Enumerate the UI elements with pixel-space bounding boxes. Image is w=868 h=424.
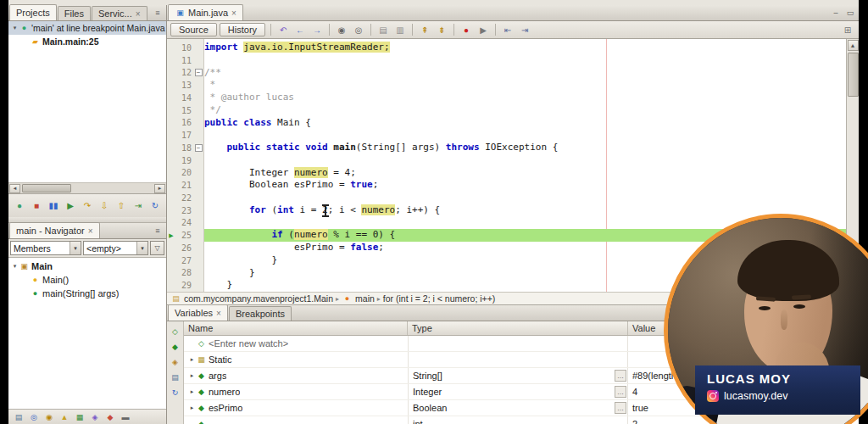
tree-item[interactable]: ●Main() [8,273,166,287]
minimize-window-icon[interactable]: – [830,7,842,19]
previous-bookmark-icon[interactable]: ⇞ [417,23,432,37]
code-line[interactable]: import java.io.InputStreamReader; [204,42,846,54]
profiler-window-icon[interactable]: ◆ [103,410,117,423]
panel-menu-icon[interactable]: ≡ [152,225,164,237]
code-line[interactable]: for (int i = 2; i < numero; i++) { [204,204,846,217]
notifications-icon[interactable]: ▲ [58,410,71,423]
expander-icon[interactable]: ▾ [11,25,19,31]
expander-icon[interactable]: ▾ [11,263,19,270]
find-selection-icon[interactable]: ◉ [334,23,349,37]
usages-window-icon[interactable]: ◎ [27,410,41,423]
code-line[interactable]: /** [204,67,846,80]
code-line[interactable]: Integer numero = 4; [204,167,846,180]
tab-variables[interactable]: Variables× [168,305,228,321]
gutter-line[interactable]: ▶25 [167,229,203,242]
code-line[interactable]: public class Main { [204,117,846,130]
close-icon[interactable]: × [136,9,141,19]
code-line[interactable]: Boolean esPrimo = true; [204,179,846,192]
uncomment-icon[interactable]: ▥ [392,23,408,37]
gutter-line[interactable]: 13 [167,79,203,92]
shift-left-icon[interactable]: ⇤ [500,23,515,37]
gutter-line[interactable]: 27 [167,254,203,267]
shift-right-icon[interactable]: ⇥ [517,23,532,37]
breadcrumb-segment[interactable]: for (int i = 2; i < numero; i++) [383,293,495,304]
show-evaluation-icon[interactable]: ▤ [169,371,181,383]
close-icon[interactable]: × [88,226,93,236]
debug-session-icon[interactable]: ● [12,198,27,213]
incremental-search-icon[interactable]: ◎ [351,23,366,37]
source-view-button[interactable]: Source [170,23,217,36]
members-dropdown[interactable]: Members ▾ [10,241,81,255]
filter-button[interactable]: ▽ [150,241,164,255]
pause-icon[interactable]: ▮▮ [46,198,61,213]
gutter-line[interactable]: 11 [167,54,203,67]
record-macro-icon[interactable]: ● [459,23,474,37]
gutter-line[interactable]: 14 [167,92,203,104]
gutter-line[interactable]: 18− [167,142,203,154]
scroll-left-icon[interactable]: ◄ [9,184,20,193]
search-results-icon[interactable]: ◉ [42,410,56,423]
continue-icon[interactable]: ▶ [63,198,78,213]
code-line[interactable] [204,154,846,167]
tasks-window-icon[interactable]: ▦ [73,410,86,423]
column-header-type[interactable]: Type [408,321,628,335]
run-macro-icon[interactable]: ▶ [476,23,491,37]
tab-main-java[interactable]: ▣ Main.java × [168,4,243,20]
scrollbar-thumb[interactable] [848,53,859,97]
restore-window-icon[interactable]: ▭ [844,7,856,19]
gutter-line[interactable]: 23 [167,204,203,217]
breadcrumb-segment[interactable]: ●main [342,293,375,304]
scrollbar-thumb[interactable] [22,184,71,192]
ellipsis-button[interactable]: … [615,370,626,382]
next-bookmark-icon[interactable]: ⇟ [434,23,449,37]
filter-dropdown[interactable]: <empty> ▾ [83,241,148,255]
tree-item[interactable]: ▰Main.main:25 [8,35,166,48]
code-line[interactable]: public static void main(String[] args) t… [204,142,846,154]
scroll-up-icon[interactable]: ▲ [848,40,859,51]
memory-window-icon[interactable]: ▬ [119,410,132,423]
step-into-icon[interactable]: ⇩ [97,198,112,213]
ellipsis-button[interactable]: … [615,386,626,398]
forward-icon[interactable]: → [309,23,325,37]
breadcrumb-segment[interactable]: ▤com.mycompany.mavenproject1.Main [170,293,333,304]
fold-icon[interactable]: − [193,144,203,152]
tree-item[interactable]: ▾●'main' at line breakpoint Main.java : … [8,21,166,35]
code-line[interactable]: * [204,79,846,92]
close-icon[interactable]: × [216,309,221,318]
scroll-right-icon[interactable]: ► [154,184,165,193]
show-watches-icon[interactable]: ◇ [169,325,181,338]
fold-icon[interactable]: − [193,69,203,76]
close-icon[interactable]: × [231,8,236,18]
code-line[interactable]: * @author lucas [204,92,846,104]
apply-code-changes-icon[interactable]: ↻ [147,198,163,213]
expander-icon[interactable]: ▸ [188,372,196,379]
editor-options-icon[interactable]: ⊞ [840,23,855,37]
gutter-line[interactable]: 20 [167,167,203,180]
editor-gutter[interactable]: 101112−131415161718−192021222324▶2526272… [167,39,204,292]
code-line[interactable] [204,129,846,142]
expander-icon[interactable]: ▸ [188,404,196,411]
code-line[interactable] [204,54,846,67]
gutter-line[interactable]: 24 [167,217,203,230]
gutter-line[interactable]: 15 [167,104,203,117]
step-over-icon[interactable]: ↷ [80,198,95,213]
gutter-line[interactable]: 12− [167,67,203,80]
output-window-icon[interactable]: ▤ [12,410,25,423]
gutter-line[interactable]: 19 [167,154,203,167]
code-line[interactable] [204,192,846,204]
refresh-icon[interactable]: ↻ [169,386,181,399]
gutter-line[interactable]: 17 [167,129,203,142]
finish-session-icon[interactable]: ■ [29,198,44,213]
gutter-line[interactable]: 22 [167,192,203,204]
expander-icon[interactable]: ▸ [188,356,196,363]
gutter-line[interactable]: 16 [167,117,203,130]
tab-navigator[interactable]: main - Navigator × [9,222,100,238]
history-view-button[interactable]: History [220,23,265,36]
last-edit-icon[interactable]: ↶ [275,23,291,37]
tree-item[interactable]: ▾▣Main [8,259,166,273]
fixed-watches-icon[interactable]: ◈ [169,355,181,368]
tab-projects[interactable]: Projects [9,4,57,20]
run-to-cursor-icon[interactable]: ⇥ [131,198,146,213]
step-out-icon[interactable]: ⇧ [114,198,129,213]
horizontal-scrollbar[interactable]: ◄ ► [8,182,166,194]
